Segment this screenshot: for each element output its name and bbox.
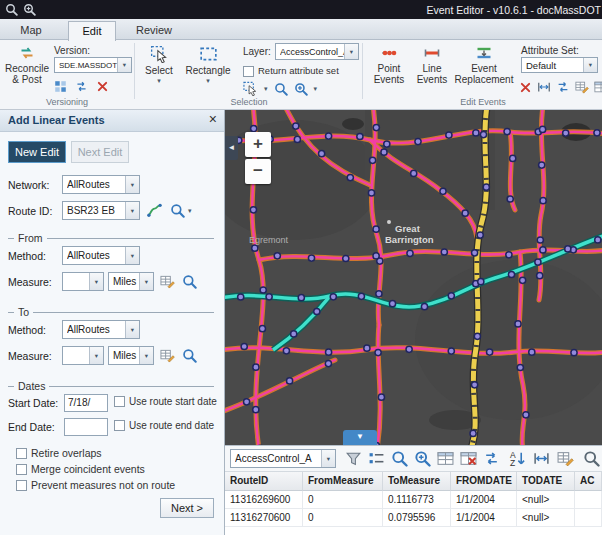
table-cell[interactable]: <null> xyxy=(517,491,575,509)
to-method-combobox[interactable]: AllRoutes ▾ xyxy=(62,320,140,339)
selection-list-icon[interactable] xyxy=(368,450,385,467)
table-cell[interactable]: 11316269600 xyxy=(225,491,303,509)
zoom-out-button[interactable]: − xyxy=(245,159,271,184)
table-cell[interactable]: 11316270600 xyxy=(225,509,303,527)
table-layer-combobox[interactable]: AccessControl_A ▾ xyxy=(230,449,336,468)
dropdown-arrow-icon[interactable]: ▾ xyxy=(125,202,139,219)
extent-icon[interactable] xyxy=(533,450,550,467)
route-zoom-icon[interactable] xyxy=(170,203,185,218)
table-cell[interactable] xyxy=(575,491,602,509)
start-date-input[interactable]: 7/18/ xyxy=(64,394,108,412)
switch-events-icon[interactable] xyxy=(556,80,570,94)
events-table-icon[interactable] xyxy=(594,80,602,94)
table-cell[interactable]: 0.0795596 xyxy=(383,509,451,527)
chevron-down-icon[interactable]: ▾ xyxy=(188,208,192,214)
next-button[interactable]: Next > xyxy=(160,498,214,518)
attribute-set-combobox[interactable]: Default ▾ xyxy=(521,57,598,73)
dropdown-arrow-icon[interactable]: ▾ xyxy=(125,247,139,264)
table-cell[interactable]: 1/1/2004 xyxy=(451,491,517,509)
select-features-icon[interactable] xyxy=(243,81,258,96)
sort-icon[interactable] xyxy=(509,450,526,467)
clear-selection-icon[interactable] xyxy=(460,450,477,467)
table-cell[interactable]: 0 xyxy=(303,509,383,527)
extent-icon[interactable] xyxy=(537,80,551,94)
table-cell[interactable]: 0 xyxy=(303,491,383,509)
dropdown-arrow-icon[interactable]: ▾ xyxy=(139,347,153,364)
retire-overlaps-checkbox[interactable] xyxy=(16,448,27,459)
tab-map[interactable]: Map xyxy=(6,22,56,40)
next-edit-button[interactable]: Next Edit xyxy=(71,141,129,163)
event-replacement-button[interactable]: Event Replacement xyxy=(453,45,515,85)
close-icon[interactable]: × xyxy=(209,111,217,127)
refresh-version-icon[interactable] xyxy=(75,80,88,93)
switch-selection-icon[interactable] xyxy=(483,450,500,467)
dropdown-arrow-icon[interactable]: ▾ xyxy=(321,450,335,467)
end-date-input[interactable] xyxy=(64,418,108,436)
col-header-todate[interactable]: TODATE xyxy=(517,472,575,491)
zoom-to-selection-icon[interactable] xyxy=(391,450,408,467)
delete-version-icon[interactable] xyxy=(96,80,109,93)
dropdown-arrow-icon[interactable]: ▾ xyxy=(89,347,103,364)
rectangle-button[interactable]: Rectangle ▾ xyxy=(182,45,234,84)
from-measure-combobox[interactable]: ▾ xyxy=(62,272,104,291)
return-attribute-set-checkbox[interactable] xyxy=(243,66,254,77)
dropdown-arrow-icon[interactable]: ▾ xyxy=(117,58,131,72)
measure-zoom-icon[interactable] xyxy=(182,274,197,289)
select-button[interactable]: Select ▾ xyxy=(141,45,177,84)
layer-combobox[interactable]: AccessControl_A ▾ xyxy=(275,43,359,60)
dropdown-arrow-icon[interactable]: ▾ xyxy=(583,58,597,72)
zoom-in-button[interactable]: + xyxy=(245,132,271,157)
magnifier-icon[interactable] xyxy=(5,3,18,16)
use-route-start-checkbox[interactable] xyxy=(114,396,125,407)
measure-picker-icon[interactable] xyxy=(160,274,175,289)
magnifier-plus-icon[interactable] xyxy=(23,3,36,16)
dropdown-arrow-icon[interactable]: ▾ xyxy=(125,321,139,338)
merge-coincident-checkbox[interactable] xyxy=(16,464,27,475)
open-table-icon[interactable] xyxy=(437,450,454,467)
tab-edit[interactable]: Edit xyxy=(68,21,116,41)
use-route-end-checkbox[interactable] xyxy=(114,420,125,431)
route-select-icon[interactable] xyxy=(147,203,162,218)
col-header-frommeasure[interactable]: FromMeasure xyxy=(303,472,383,491)
to-measure-unit-combobox[interactable]: Miles ▾ xyxy=(108,346,154,365)
search-icon[interactable] xyxy=(583,450,600,467)
from-measure-unit-combobox[interactable]: Miles ▾ xyxy=(108,272,154,291)
filter-icon[interactable] xyxy=(345,450,362,467)
tab-review[interactable]: Review xyxy=(126,22,182,40)
collapse-left-icon[interactable]: ◄ xyxy=(225,136,238,160)
measure-picker-icon[interactable] xyxy=(160,348,175,363)
field-settings-icon[interactable] xyxy=(557,450,574,467)
point-events-button[interactable]: Point Events xyxy=(369,45,409,85)
network-combobox[interactable]: AllRoutes ▾ xyxy=(62,175,140,194)
line-events-button[interactable]: Line Events xyxy=(413,45,451,85)
map-canvas[interactable]: Egremont Great Barrington + − ◄ ▼ xyxy=(225,110,602,445)
table-cell[interactable]: <null> xyxy=(517,509,575,527)
from-method-combobox[interactable]: AllRoutes ▾ xyxy=(62,246,140,265)
dropdown-arrow-icon[interactable]: ▾ xyxy=(139,273,153,290)
col-header-ac[interactable]: AC xyxy=(575,472,602,491)
dropdown-arrow-icon[interactable]: ▾ xyxy=(344,44,358,59)
new-edit-button[interactable]: New Edit xyxy=(8,141,66,163)
reconcile-post-button[interactable]: Reconcile & Post xyxy=(2,45,52,85)
field-tools-icon[interactable] xyxy=(575,80,589,94)
to-measure-combobox[interactable]: ▾ xyxy=(62,346,104,365)
dropdown-arrow-icon[interactable]: ▾ xyxy=(89,273,103,290)
delete-event-icon[interactable] xyxy=(519,81,532,94)
chevron-down-icon[interactable]: ▾ xyxy=(264,86,268,92)
pan-to-selection-icon[interactable] xyxy=(294,82,308,96)
table-cell[interactable] xyxy=(575,509,602,527)
col-header-tomeasure[interactable]: ToMeasure xyxy=(383,472,451,491)
col-header-fromdate[interactable]: FROMDATE xyxy=(451,472,517,491)
prevent-measures-checkbox[interactable] xyxy=(16,480,27,491)
collapse-down-icon[interactable]: ▼ xyxy=(343,430,377,445)
magnify-plus-icon[interactable] xyxy=(414,450,431,467)
dropdown-arrow-icon[interactable]: ▾ xyxy=(125,176,139,193)
route-id-combobox[interactable]: BSR23 EB ▾ xyxy=(62,201,140,220)
measure-zoom-icon[interactable] xyxy=(182,348,197,363)
zoom-to-selection-icon[interactable] xyxy=(274,82,288,96)
chevron-down-icon[interactable]: ▾ xyxy=(314,86,318,92)
col-header-routeid[interactable]: RouteID xyxy=(225,472,303,491)
table-cell[interactable]: 0.1116773 xyxy=(383,491,451,509)
version-combobox[interactable]: SDE.MASSDOT_editor1 ▾ xyxy=(54,57,132,73)
versions-icon[interactable] xyxy=(54,80,67,93)
